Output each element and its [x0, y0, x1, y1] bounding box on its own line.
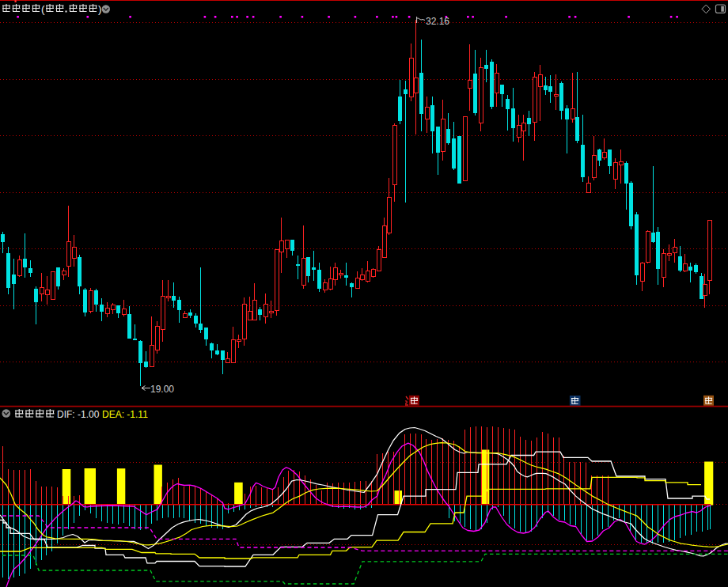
svg-text:DEA: -1.11: DEA: -1.11: [102, 409, 148, 420]
svg-text:19.00: 19.00: [150, 384, 174, 395]
svg-text:(: (: [41, 3, 45, 15]
svg-text:): ): [98, 3, 102, 15]
svg-text:DIF: -1.00: DIF: -1.00: [57, 409, 100, 420]
svg-text:32.16: 32.16: [426, 16, 449, 27]
